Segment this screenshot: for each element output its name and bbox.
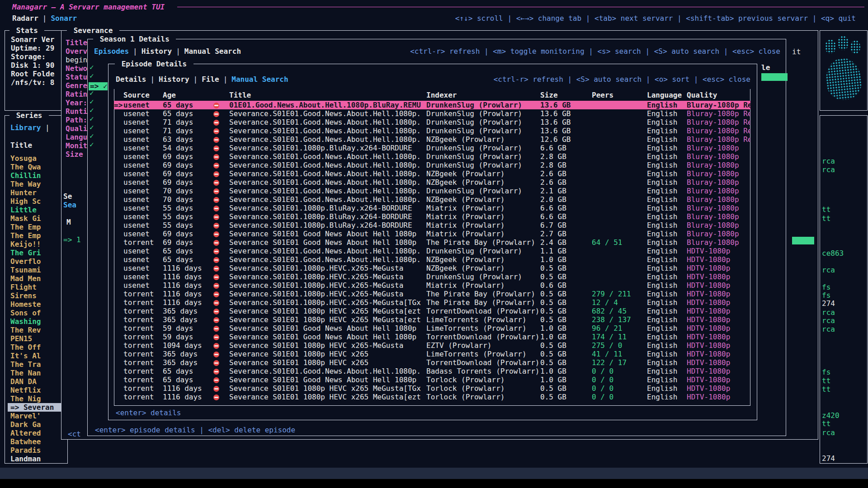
series-item[interactable]: Landman <box>8 455 66 463</box>
release-row[interactable]: usenet55 daysSeverance.S01E01.1080p.BluR… <box>114 204 750 212</box>
cell-source: usenet <box>123 204 163 212</box>
release-row[interactable]: torrent365 daysSeverance S01E01 1080p HE… <box>114 358 750 367</box>
cell-quality: HDTV-1080p <box>687 272 750 281</box>
rejected-icon <box>213 343 219 349</box>
series-item[interactable]: The Emp <box>8 223 66 231</box>
release-row[interactable]: usenet54 daysSeverance.S01E01.1080p.BluR… <box>114 144 750 152</box>
series-item[interactable]: Batwhee <box>8 437 66 446</box>
release-row[interactable]: usenet65 daysSeverance.S01E01.Good.News.… <box>114 247 750 255</box>
release-row[interactable]: torrent1116 daysSeverance.S01E01.1080p.H… <box>114 298 750 307</box>
series-item[interactable]: Chillin <box>8 171 66 180</box>
cell-size: 0.5 GB <box>540 307 592 315</box>
cell-peers: 0 / 0 <box>592 367 647 375</box>
series-item[interactable]: Netflix <box>8 386 66 394</box>
library-tab-label[interactable]: Library <box>10 123 41 132</box>
series-item[interactable]: Yosuga <box>8 154 66 163</box>
series-item[interactable]: The Gri <box>8 249 66 257</box>
series-item[interactable]: Paradis <box>8 446 66 455</box>
series-item[interactable]: The Nig <box>8 394 66 403</box>
release-row[interactable]: torrent1116 daysSeverance.S01E01.1080p.H… <box>114 290 750 298</box>
season-gutter-selected-row[interactable]: => ✓ <box>89 82 108 90</box>
series-item[interactable]: Tsunami <box>8 266 66 274</box>
library-tab[interactable]: Library | <box>10 123 50 132</box>
series-item[interactable]: Washing <box>8 317 66 326</box>
series-item[interactable]: The Nan <box>8 369 66 377</box>
release-row[interactable]: usenet55 daysSeverance.S01E01.1080p.BluR… <box>114 212 750 221</box>
release-row[interactable]: usenet63 daysSeverance.S01E01.Good.News.… <box>114 135 750 144</box>
series-item[interactable]: The Rev <box>8 326 66 334</box>
column-header-peers: Peers <box>592 91 647 99</box>
release-row[interactable]: usenet69 daysSeverance.S01E01.Good.News.… <box>114 152 750 161</box>
series-item[interactable]: It's Al <box>8 352 66 360</box>
tab-sonarr[interactable]: Sonarr <box>51 14 77 23</box>
tab-file[interactable]: File <box>202 75 219 84</box>
series-item[interactable]: The Off <box>8 343 66 352</box>
series-item[interactable]: Dark Ga <box>8 420 66 429</box>
tab-manual-search[interactable]: Manual Search <box>231 75 288 84</box>
monitored-icon: ✓ <box>90 114 94 123</box>
release-row[interactable]: torrent65 daysSeverance.S01E01.Good.News… <box>114 367 750 375</box>
release-row[interactable]: torrent1094 daysSeverance S01E01 1080p H… <box>114 341 750 350</box>
release-row[interactable]: torrent365 daysSeverance S01E01 1080p HE… <box>114 315 750 324</box>
series-item[interactable]: The Tra <box>8 360 66 369</box>
release-row[interactable]: usenet69 daysSeverance.S01E01.Good.News.… <box>114 161 750 169</box>
release-row[interactable]: usenet55 daysSeverance.S01E01.1080p.BluR… <box>114 221 750 230</box>
release-row[interactable]: usenet1116 daysSeverance.S01E01.1080p.HE… <box>114 281 750 290</box>
series-item[interactable]: Marvel' <box>8 412 66 420</box>
release-row[interactable]: =>usenet65 days01E01.Good.News.About.Hel… <box>114 101 750 109</box>
release-row[interactable]: torrent65 daysSeverance S01E01 Good News… <box>114 375 750 384</box>
series-item[interactable]: The Qwa <box>8 163 66 171</box>
release-row[interactable]: torrent59 daysSeverance S01E01 Good News… <box>114 333 750 341</box>
tab-manual-search[interactable]: Manual Search <box>184 47 241 56</box>
cell-rejection <box>206 272 229 281</box>
release-row[interactable]: torrent365 daysSeverance S01E01 1080p HE… <box>114 350 750 358</box>
series-item[interactable]: Homeste <box>8 300 66 309</box>
series-item[interactable]: The Emp <box>8 231 66 240</box>
release-row[interactable]: torrent1116 daysSeverance S01E01 1080p H… <box>114 384 750 393</box>
series-item[interactable]: Sons of <box>8 309 66 317</box>
cell-indexer: TorrentDownload (Prowlarr) <box>426 358 540 367</box>
series-item[interactable]: Overflo <box>8 257 66 266</box>
right-fragment: rca <box>822 316 835 325</box>
cell-source: usenet <box>123 109 163 118</box>
series-item[interactable]: PEN15 <box>8 334 66 343</box>
release-row[interactable]: torrent69 daysSeverance S01E01 Good News… <box>114 238 750 247</box>
release-row[interactable]: torrent1116 daysSeverance S01E01 1080p H… <box>114 393 750 401</box>
release-row[interactable]: usenet69 daysSeverance.S01E01.Good.News.… <box>114 178 750 187</box>
cell-indexer: Miatrix (Prowlarr) <box>426 204 540 212</box>
tab-history[interactable]: History <box>159 75 189 84</box>
release-row[interactable]: usenet70 daysSeverance.S01E01.Good.News.… <box>114 195 750 204</box>
release-row[interactable]: usenet70 daysSeverance.S01E01.Good.News.… <box>114 187 750 195</box>
release-row[interactable]: usenet69 daysSeverance.S01E01.Good.News.… <box>114 169 750 178</box>
tab-details[interactable]: Details <box>116 75 146 84</box>
tab-radarr[interactable]: Radarr <box>12 14 38 23</box>
release-row[interactable]: torrent59 daysSeverance S01E01 Good News… <box>114 324 750 333</box>
release-row[interactable]: usenet65 daysSeverance.S01E01.Good.News.… <box>114 255 750 264</box>
series-item[interactable]: Flight <box>8 283 66 291</box>
series-item[interactable]: Hunter <box>8 188 66 197</box>
series-item[interactable]: Keijo!! <box>8 240 66 249</box>
release-row[interactable]: usenet69 daysSeverance S01E01 Good News … <box>114 230 750 238</box>
series-item[interactable]: The Way <box>8 180 66 188</box>
tab-history[interactable]: History <box>142 47 172 56</box>
release-row[interactable]: usenet1116 daysSeverance.S01E01.1080p.HE… <box>114 264 750 272</box>
release-row[interactable]: usenet71 daysSeverance.S01E01.Good.News.… <box>114 127 750 135</box>
tab-episodes[interactable]: Episodes <box>94 47 129 56</box>
release-row[interactable]: usenet65 daysSeverance.S01E01.Good.News.… <box>114 109 750 118</box>
series-item[interactable]: Little <box>8 206 66 214</box>
series-item[interactable]: Sirens <box>8 291 66 300</box>
top-help: <↑↓> scroll | <←→> change tab | <tab> ne… <box>455 14 856 23</box>
series-item-selected[interactable]: => Severan <box>8 403 66 412</box>
release-row[interactable]: usenet71 daysSeverance.S01E01.Good.News.… <box>114 118 750 127</box>
release-row[interactable]: torrent365 daysSeverance S01E01 1080p HE… <box>114 307 750 315</box>
series-item[interactable]: DAN DA <box>8 377 66 386</box>
cell-age: 65 days <box>163 255 206 264</box>
release-row[interactable]: usenet1116 daysSeverance.S01E01.1080p.HE… <box>114 272 750 281</box>
series-item[interactable]: High Sc <box>8 197 66 206</box>
series-item[interactable]: Altered <box>8 429 66 437</box>
cell-indexer: EZTV (Prowlarr) <box>426 341 540 350</box>
series-item[interactable]: Mask Gi <box>8 214 66 223</box>
cell-indexer: DrunkenSlug (Prowlarr) <box>426 127 540 135</box>
series-item[interactable]: Mad Men <box>8 274 66 283</box>
cell-size: 0.5 GB <box>540 350 592 358</box>
